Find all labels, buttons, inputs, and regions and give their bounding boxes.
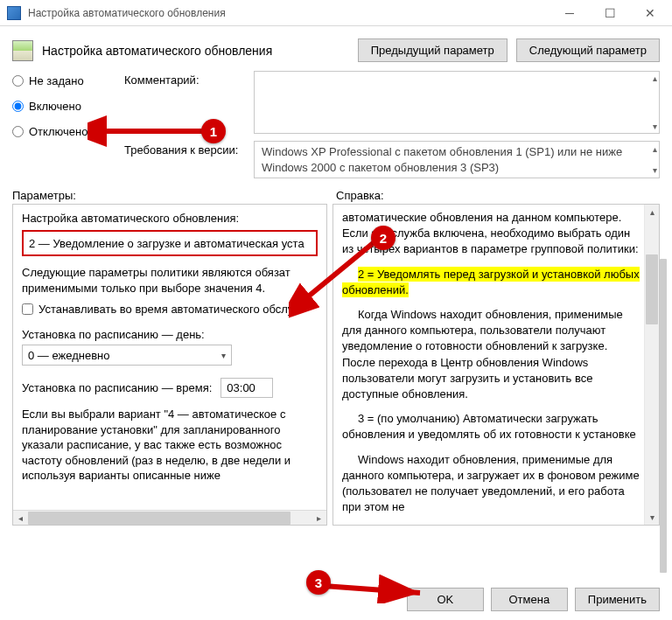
scroll-up-icon[interactable]: ▴	[645, 205, 659, 219]
au-dropdown-label: Настройка автоматического обновления:	[22, 212, 318, 225]
help-p1: автоматические обновления на данном комп…	[342, 210, 643, 258]
radio-not-configured[interactable]	[12, 75, 24, 87]
help-pane-label: Справка:	[336, 189, 384, 202]
chevron-down-icon[interactable]: ▾	[653, 122, 657, 131]
policy-icon	[12, 40, 33, 61]
next-setting-button[interactable]: Следующий параметр	[516, 38, 660, 62]
schedule-day-label: Установка по расписанию — день:	[22, 328, 318, 341]
supported-line-2: Windows 2000 с пакетом обновления 3 (SP3…	[262, 160, 640, 176]
supported-box: Windows XP Professional с пакетом обновл…	[254, 141, 660, 178]
panes-container: Настройка автоматического обновления: 2 …	[0, 204, 672, 526]
window-titlebar: Настройка автоматического обновления ─ ☐…	[0, 0, 672, 26]
au-mode-value: 2 — Уведомление о загрузке и автоматичес…	[29, 237, 304, 250]
help-p3: 3 = (по умолчанию) Автоматически загружа…	[342, 411, 643, 442]
chevron-down-icon[interactable]: ▾	[653, 164, 657, 177]
radio-enabled[interactable]	[12, 101, 24, 112]
chevron-up-icon[interactable]: ▴	[653, 73, 657, 83]
ok-button[interactable]: OK	[407, 588, 484, 611]
supported-label: Требования к версии:	[124, 141, 247, 157]
minimize-button[interactable]: ─	[550, 0, 590, 26]
options-hscrollbar[interactable]: ◂ ▸	[13, 510, 326, 525]
help-highlight: 2 = Уведомлять перед загрузкой и установ…	[342, 267, 643, 298]
config-section: Не задано Включено Отключено Комментарий…	[0, 67, 672, 178]
help-pane: автоматические обновления на данном комп…	[332, 204, 660, 526]
comment-textarea[interactable]: ▴ ▾	[254, 71, 660, 134]
apply-button[interactable]: Применить	[575, 588, 660, 611]
help-vscrollbar[interactable]: ▴ ▾	[644, 205, 659, 525]
schedule-day-value: 0 — ежедневно	[28, 349, 110, 362]
chevron-down-icon: ▾	[221, 351, 226, 360]
policy-header: Настройка автоматического обновления Пре…	[0, 26, 672, 67]
close-button[interactable]: ✕	[630, 0, 670, 26]
radio-enabled-label[interactable]: Включено	[29, 100, 81, 113]
help-p4: Windows находит обновления, применимые д…	[342, 452, 643, 516]
policy-title: Настройка автоматического обновления	[42, 44, 349, 58]
options-desc: Следующие параметры политики являются об…	[22, 265, 318, 296]
dialog-footer: OK Отмена Применить	[0, 579, 672, 620]
radio-disabled-label[interactable]: Отключено	[29, 125, 88, 138]
schedule-day-select[interactable]: 0 — ежедневно ▾	[22, 345, 232, 366]
scroll-left-icon[interactable]: ◂	[13, 511, 28, 526]
state-radio-group: Не задано Включено Отключено	[12, 71, 108, 178]
radio-not-configured-label[interactable]: Не задано	[29, 74, 84, 87]
chevron-up-icon[interactable]: ▴	[653, 143, 657, 156]
window-title: Настройка автоматического обновления	[28, 7, 550, 19]
policy-app-icon	[7, 6, 21, 20]
outer-vscroll-thumb[interactable]	[660, 259, 667, 573]
cancel-button[interactable]: Отмена	[491, 588, 568, 611]
options-pane-label: Параметры:	[12, 189, 336, 202]
help-p2: Когда Windows находит обновления, примен…	[342, 307, 643, 402]
pane-labels: Параметры: Справка:	[0, 178, 672, 204]
vscroll-thumb[interactable]	[646, 254, 658, 324]
radio-disabled[interactable]	[12, 126, 24, 137]
schedule-time-input[interactable]	[220, 378, 273, 398]
supported-line-1: Windows XP Professional с пакетом обновл…	[262, 144, 640, 160]
maximize-button[interactable]: ☐	[590, 0, 630, 26]
scroll-right-icon[interactable]: ▸	[312, 511, 326, 526]
install-during-maint-label[interactable]: Устанавливать во время автоматического о…	[38, 303, 293, 316]
au-mode-select[interactable]: 2 — Уведомление о загрузке и автоматичес…	[22, 230, 318, 256]
options-pane: Настройка автоматического обновления: 2 …	[12, 204, 327, 526]
comment-label: Комментарий:	[124, 71, 247, 87]
schedule-time-label: Установка по расписанию — время:	[22, 381, 212, 394]
install-during-maint-checkbox[interactable]	[22, 303, 33, 315]
scroll-down-icon[interactable]: ▾	[645, 510, 659, 525]
prev-setting-button[interactable]: Предыдущий параметр	[358, 38, 508, 62]
options-long-desc: Если вы выбрали вариант "4 — автоматичес…	[22, 407, 318, 484]
hscroll-thumb[interactable]	[28, 512, 290, 525]
